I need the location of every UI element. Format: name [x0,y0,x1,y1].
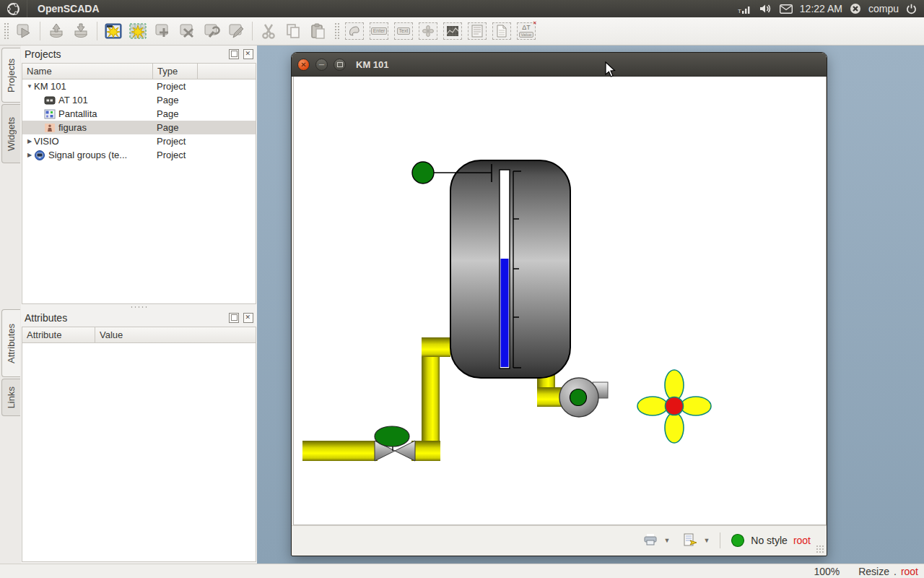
style-status-icon [731,533,745,548]
mode-label[interactable]: Resize [858,566,889,577]
window-title: KM 101 [356,59,389,70]
export-dropdown[interactable]: ▼ [703,537,710,544]
toolbar-handle[interactable] [4,22,9,40]
tree-row-signal-groups[interactable]: ▶ Signal groups (te... Project [22,148,256,162]
diagram-widget-button[interactable] [441,20,464,43]
level-bar [501,259,509,367]
app-user-label[interactable]: root [901,566,918,577]
km101-titlebar[interactable]: ✕ ─ KM 101 [292,53,827,77]
cut-button[interactable] [257,20,280,43]
new-widgets-library-button[interactable] [126,20,149,43]
tab-widgets[interactable]: Widgets [1,104,20,163]
text-widget-button[interactable]: Text [392,20,415,43]
tree-row-figuras[interactable]: figuras Page [22,121,256,134]
add-item-button[interactable] [151,20,174,43]
clock[interactable]: 12:22 AM [800,3,842,14]
media-widget-button[interactable] [417,20,440,43]
column-type[interactable]: Type [153,66,197,77]
figure-page-icon [44,123,56,133]
svg-text:T: T [738,8,741,14]
mail-icon[interactable] [780,4,793,14]
item-properties-button[interactable] [200,20,223,43]
function-value-button[interactable]: ΔT Value ✕ [515,20,538,43]
delete-item-button[interactable] [175,20,199,43]
ubuntu-logo-icon[interactable] [0,0,27,17]
expander-icon[interactable]: ▼ [25,83,34,90]
print-dropdown[interactable]: ▼ [663,537,670,544]
volume-icon[interactable] [759,4,772,14]
pipe-valve-elbow [411,441,440,461]
app-title: OpenSCADA [38,3,100,14]
panel-splitter[interactable] [22,304,256,309]
copy-button[interactable] [282,20,305,43]
fan-hub [666,397,684,415]
mdi-workspace[interactable]: ✕ ─ KM 101 [257,46,924,564]
tab-attributes[interactable]: Attributes [1,309,20,377]
km101-statusbar: ▼ ▼ No style root [292,525,827,555]
tree-row-at101[interactable]: AT 101 Page [22,93,256,107]
save-to-db-button[interactable] [69,20,92,43]
enter-glyph: Enter [371,27,388,34]
screen-page-icon [44,109,56,119]
export-button[interactable] [683,533,697,548]
pipe-left-horizontal [302,441,378,461]
document-widget-button[interactable] [490,20,513,43]
sensor-indicator[interactable] [412,162,434,184]
new-project-button[interactable] [102,20,125,43]
attributes-float-button[interactable] [229,313,239,323]
widget-page-icon [44,95,56,105]
pipe-tank-inlet [422,337,450,357]
projects-tree: ▼ KM 101 Project AT 101 Page [22,79,256,304]
projects-float-button[interactable] [229,49,239,59]
main-toolbar: Enter Text ΔT Value ✕ [0,17,924,46]
widgets-toolbar-handle[interactable] [334,22,340,40]
form-elements-button[interactable]: Enter [367,20,391,43]
item-edit-button[interactable] [225,20,248,43]
print-button[interactable] [643,533,658,548]
paste-button[interactable] [306,20,329,43]
window-user-label[interactable]: root [793,535,811,546]
attributes-table-body [22,343,256,562]
session-menu-icon[interactable] [850,3,861,14]
km101-window: ✕ ─ KM 101 [291,52,827,556]
column-value[interactable]: Value [95,329,182,340]
protocol-widget-button[interactable] [466,20,489,43]
tab-projects[interactable]: Projects [1,48,20,103]
network-signal-icon[interactable]: T [738,4,752,14]
elementary-figure-button[interactable] [343,20,366,43]
tree-row-pantallita[interactable]: Pantallita Page [22,107,256,121]
attributes-close-button[interactable] [243,313,253,323]
column-name[interactable]: Name [22,66,152,77]
zoom-level[interactable]: 100% [814,566,840,577]
column-attribute[interactable]: Attribute [22,329,95,340]
delta-glyph: ΔT [522,25,531,31]
power-icon[interactable] [906,4,917,14]
value-glyph: Value [519,32,534,38]
load-from-db-button[interactable] [45,20,68,43]
left-tab-strip: Projects Widgets Attributes Links [0,46,21,564]
run-project-execution-button[interactable] [12,20,35,43]
valve-indicator[interactable] [375,426,409,447]
expander-icon[interactable]: ▶ [25,138,34,144]
tree-row-visio[interactable]: ▶ VISIO Project [22,134,256,148]
value-badge: ✕ [533,21,536,25]
window-resize-grip[interactable] [816,545,824,553]
expander-icon[interactable]: ▶ [25,152,34,158]
text-glyph: Text [397,27,411,34]
scada-scene [294,77,827,525]
tree-row-km101[interactable]: ▼ KM 101 Project [22,79,256,93]
tab-links[interactable]: Links [1,379,20,416]
window-close-button[interactable]: ✕ [297,59,310,71]
fan[interactable] [637,370,711,443]
style-label[interactable]: No style [751,535,788,546]
mouse-cursor [605,61,616,79]
scada-canvas[interactable] [293,77,827,525]
window-minimize-button[interactable]: ─ [315,59,328,71]
window-maximize-button[interactable] [334,59,346,71]
attributes-panel: Attributes Attribute Value [22,309,256,562]
hostname-label[interactable]: compu [868,3,899,14]
projects-close-button[interactable] [243,49,253,59]
pump-indicator[interactable] [570,389,587,406]
valve[interactable] [375,426,415,461]
pump[interactable] [559,378,608,417]
